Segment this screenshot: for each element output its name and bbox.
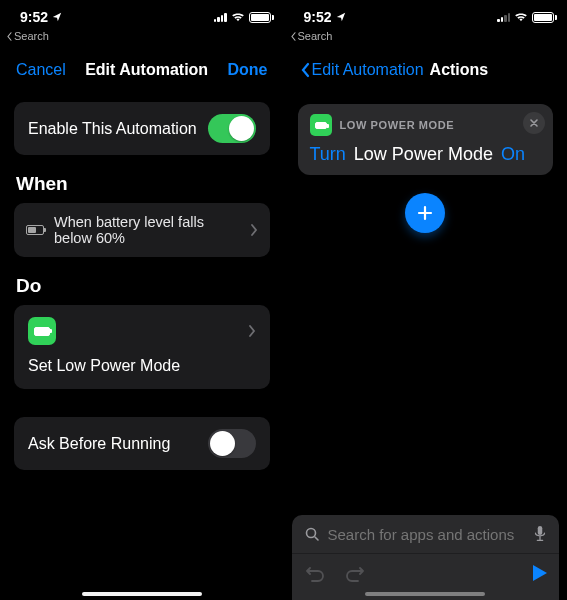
navbar: Edit Automation Actions	[284, 48, 568, 92]
status-time: 9:52	[20, 9, 48, 25]
location-icon	[336, 12, 346, 22]
remove-action-button[interactable]	[523, 112, 545, 134]
do-header: Do	[16, 275, 268, 297]
status-bar: 9:52	[284, 0, 568, 34]
ask-before-running-label: Ask Before Running	[28, 435, 170, 453]
do-action-label: Set Low Power Mode	[28, 357, 180, 374]
actions-screen: 9:52 Search Edit Automation Actions	[284, 0, 568, 600]
svg-rect-1	[538, 526, 543, 535]
microphone-icon[interactable]	[533, 525, 547, 543]
search-bar[interactable]	[292, 515, 560, 553]
action-object: Low Power Mode	[354, 144, 493, 165]
when-condition-text: When battery level falls below 60%	[54, 214, 240, 246]
back-to-app-label: Search	[298, 30, 333, 42]
action-verb[interactable]: Turn	[310, 144, 346, 165]
run-button[interactable]	[533, 565, 547, 581]
action-card[interactable]: LOW POWER MODE Turn Low Power Mode On	[298, 104, 554, 175]
low-power-mode-icon	[28, 317, 56, 345]
status-time: 9:52	[304, 9, 332, 25]
back-to-app[interactable]: Search	[6, 30, 49, 42]
search-input[interactable]	[328, 526, 526, 543]
enable-automation-label: Enable This Automation	[28, 120, 197, 138]
action-state[interactable]: On	[501, 144, 525, 165]
cancel-button[interactable]: Cancel	[16, 61, 66, 79]
battery-icon	[532, 12, 557, 23]
location-icon	[52, 12, 62, 22]
wifi-icon	[231, 12, 245, 22]
home-indicator[interactable]	[365, 592, 485, 596]
when-condition-row[interactable]: When battery level falls below 60%	[14, 203, 270, 257]
chevron-left-icon	[300, 62, 310, 78]
cellular-signal-icon	[214, 12, 227, 22]
ask-before-running-toggle[interactable]	[208, 429, 256, 458]
back-button-label: Edit Automation	[312, 61, 424, 79]
page-title: Actions	[430, 61, 489, 79]
battery-level-icon	[26, 225, 44, 235]
wifi-icon	[514, 12, 528, 22]
battery-icon	[249, 12, 274, 23]
action-card-header: LOW POWER MODE	[340, 119, 455, 131]
low-power-mode-icon	[310, 114, 332, 136]
chevron-right-icon	[248, 325, 256, 337]
status-bar: 9:52	[0, 0, 284, 34]
ask-before-running-row: Ask Before Running	[14, 417, 270, 470]
home-indicator[interactable]	[82, 592, 202, 596]
undo-icon[interactable]	[304, 562, 326, 584]
when-header: When	[16, 173, 268, 195]
plus-icon	[416, 204, 434, 222]
back-to-app[interactable]: Search	[290, 30, 333, 42]
edit-automation-screen: 9:52 Search Cancel Edit Automation Done …	[0, 0, 284, 600]
page-title: Edit Automation	[66, 61, 228, 79]
back-to-app-label: Search	[14, 30, 49, 42]
do-action-row[interactable]: Set Low Power Mode	[14, 305, 270, 389]
enable-automation-toggle[interactable]	[208, 114, 256, 143]
back-button[interactable]: Edit Automation	[300, 61, 424, 79]
enable-automation-row: Enable This Automation	[14, 102, 270, 155]
close-icon	[529, 118, 539, 128]
search-icon	[304, 526, 320, 542]
redo-icon[interactable]	[344, 562, 366, 584]
navbar: Cancel Edit Automation Done	[0, 48, 284, 92]
done-button[interactable]: Done	[228, 61, 268, 79]
add-action-button[interactable]	[405, 193, 445, 233]
chevron-right-icon	[250, 224, 258, 236]
cellular-signal-icon	[497, 12, 510, 22]
svg-point-0	[306, 529, 315, 538]
